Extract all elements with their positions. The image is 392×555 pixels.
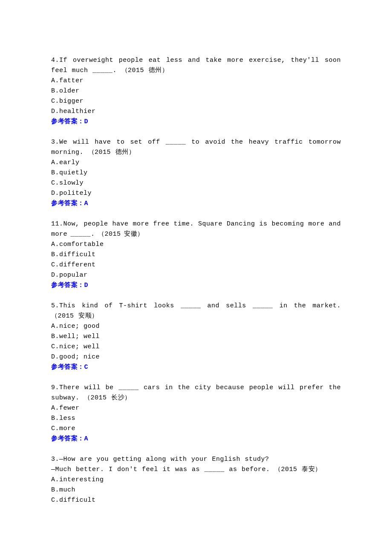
answer-value: C: [84, 364, 89, 371]
question-option: D.popular: [51, 270, 341, 280]
question-stem: 9.There will be _____ cars in the city b…: [51, 383, 341, 403]
question-block: 9.There will be _____ cars in the city b…: [51, 383, 341, 444]
document-page: 4.If overweight people eat less and take…: [0, 0, 392, 546]
question-stem: 11.Now, people have more free time. Squa…: [51, 219, 341, 240]
answer-line: 参考答案：D: [51, 117, 341, 127]
question-option: C.slowly: [51, 178, 341, 188]
question-option: C.different: [51, 260, 341, 270]
question-stem: 3.We will have to set off _____ to avoid…: [51, 137, 341, 158]
question-number: 11: [51, 220, 59, 228]
question-block: 3.We will have to set off _____ to avoid…: [51, 137, 341, 209]
question-option: D.politely: [51, 188, 341, 199]
question-option: B.well; well: [51, 332, 341, 342]
question-text-content: —How are you getting along with your Eng…: [59, 456, 269, 463]
answer-line: 参考答案：C: [51, 362, 341, 373]
question-source: （2015 德州）: [121, 67, 169, 74]
question-block: 3.—How are you getting along with your E…: [51, 454, 341, 506]
question-option: D.healthier: [51, 107, 341, 117]
answer-label: 参考答案：: [51, 364, 84, 371]
question-stem: 4.If overweight people eat less and take…: [51, 55, 341, 76]
answer-value: D: [84, 282, 89, 289]
question-text-content: There will be _____ cars in the city bec…: [51, 384, 341, 402]
question-option: A.nice; good: [51, 321, 341, 332]
question-number: 4: [51, 57, 55, 64]
question-stem: 3.—How are you getting along with your E…: [51, 454, 341, 465]
question-number: 5: [51, 302, 55, 309]
question-option: B.difficult: [51, 250, 341, 260]
question-option: C.nice; well: [51, 342, 341, 352]
question-block: 11.Now, people have more free time. Squa…: [51, 219, 341, 291]
question-option: A.fatter: [51, 76, 341, 86]
question-number: 9: [51, 384, 55, 391]
answer-value: D: [84, 118, 89, 125]
question-option: C.difficult: [51, 495, 341, 506]
answer-value: A: [84, 200, 89, 207]
answer-label: 参考答案：: [51, 200, 84, 207]
answer-label: 参考答案：: [51, 282, 84, 289]
question-option: D.good; nice: [51, 352, 341, 362]
question-block: 4.If overweight people eat less and take…: [51, 55, 341, 127]
question-text-content: This kind of T-shirt looks _____ and sel…: [51, 302, 341, 320]
question-stem: 5.This kind of T-shirt looks _____ and s…: [51, 301, 341, 321]
question-number: 3: [51, 139, 55, 146]
question-option: B.older: [51, 86, 341, 96]
question-option: B.much: [51, 485, 341, 495]
question-option: A.early: [51, 158, 341, 168]
question-option: C.more: [51, 424, 341, 434]
question-option: A.fewer: [51, 403, 341, 413]
question-option: A.interesting: [51, 475, 341, 485]
question-block: 5.This kind of T-shirt looks _____ and s…: [51, 301, 341, 373]
answer-line: 参考答案：D: [51, 280, 341, 291]
question-option: A.comfortable: [51, 240, 341, 250]
question-option: B.quietly: [51, 168, 341, 178]
question-number: 3: [51, 456, 55, 463]
question-option: B.less: [51, 413, 341, 424]
question-text-content: We will have to set off _____ to avoid t…: [51, 139, 341, 156]
answer-line: 参考答案：A: [51, 434, 341, 444]
question-text-content: Now, people have more free time. Square …: [51, 220, 341, 238]
answer-line: 参考答案：A: [51, 199, 341, 209]
question-stem-line2: —Much better. I don't feel it was as ___…: [51, 465, 341, 475]
answer-label: 参考答案：: [51, 435, 84, 442]
answer-value: A: [84, 435, 89, 442]
question-text-content: If overweight people eat less and take m…: [51, 57, 341, 74]
question-option: C.bigger: [51, 96, 341, 107]
answer-label: 参考答案：: [51, 118, 84, 125]
